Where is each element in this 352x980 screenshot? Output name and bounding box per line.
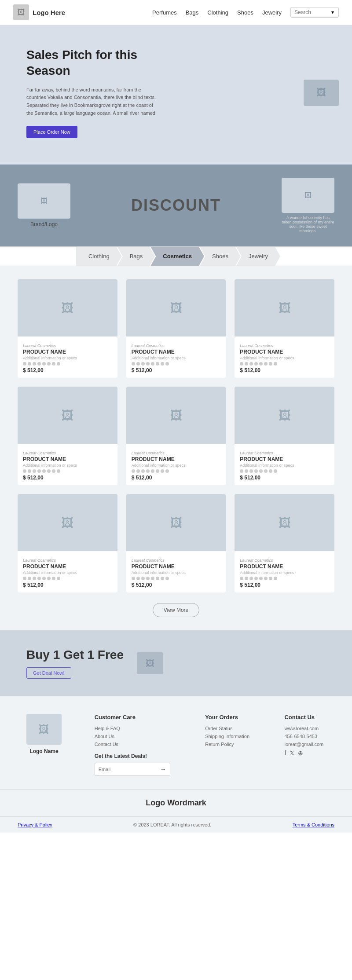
star-icon <box>240 362 243 366</box>
product-card-3[interactable]: 🖼 Laureat Cosmetics PRODUCT NAME Additio… <box>18 387 117 485</box>
terms-link[interactable]: Terms & Conditions <box>293 822 334 827</box>
star-icon <box>161 577 164 580</box>
copyright-text: © 2023 LOREAT. All rights reserved. <box>133 822 211 827</box>
product-specs: Additional information or specs <box>23 570 112 575</box>
tab-cosmetics[interactable]: Cosmetics <box>150 247 204 266</box>
newsletter-form: → <box>95 763 170 776</box>
product-name: PRODUCT NAME <box>240 349 329 355</box>
footer-return-policy[interactable]: Return Policy <box>205 742 249 747</box>
product-specs: Additional information or specs <box>240 570 329 575</box>
star-icon <box>264 362 268 366</box>
footer-columns: Customer Care Help & FAQ About Us Contac… <box>84 714 334 776</box>
view-more-button[interactable]: View More <box>153 603 199 617</box>
product-brand: Laureat Cosmetics <box>23 451 56 455</box>
product-specs: Additional information or specs <box>240 463 329 468</box>
footer: 🖼 Logo Name Customer Care Help & FAQ Abo… <box>0 696 352 833</box>
product-image: 🖼 <box>235 494 334 551</box>
product-brand: Laureat Cosmetics <box>240 344 273 348</box>
newsletter-submit-button[interactable]: → <box>157 763 170 775</box>
product-stars <box>23 577 112 580</box>
product-specs: Additional information or specs <box>23 356 112 360</box>
product-name: PRODUCT NAME <box>240 563 329 570</box>
star-icon <box>156 362 159 366</box>
product-card-6[interactable]: 🖼 Laureat Cosmetics PRODUCT NAME Additio… <box>18 494 117 592</box>
product-card-5[interactable]: 🖼 Laureat Cosmetics PRODUCT NAME Additio… <box>235 387 334 485</box>
product-stars <box>132 362 221 366</box>
product-image: 🖼 <box>235 387 334 444</box>
product-card-2[interactable]: 🖼 Laureat Cosmetics PRODUCT NAME Additio… <box>235 279 334 378</box>
newsletter-email-input[interactable] <box>95 764 157 775</box>
hero-description: Far far away, behind the word mountains,… <box>26 86 158 117</box>
search-input[interactable] <box>294 9 330 15</box>
nav-clothing[interactable]: Clothing <box>207 9 228 16</box>
footer-main: 🖼 Logo Name Customer Care Help & FAQ Abo… <box>0 696 352 789</box>
footer-logo-col: 🖼 Logo Name <box>18 714 70 754</box>
place-order-button[interactable]: Place Order Now <box>26 126 77 138</box>
star-icon <box>254 577 258 580</box>
product-card-1[interactable]: 🖼 Laureat Cosmetics PRODUCT NAME Additio… <box>126 279 226 378</box>
contact-email: loreat@gmail.com <box>284 742 323 747</box>
star-icon <box>151 362 154 366</box>
product-card-4[interactable]: 🖼 Laureat Cosmetics PRODUCT NAME Additio… <box>126 387 226 485</box>
footer-order-status[interactable]: Order Status <box>205 726 249 731</box>
star-icon <box>165 362 169 366</box>
privacy-policy-link[interactable]: Privacy & Policy <box>18 822 52 827</box>
instagram-icon[interactable]: ⊕ <box>298 750 303 757</box>
footer-contact[interactable]: Contact Us <box>95 742 170 747</box>
facebook-icon[interactable]: f <box>284 750 286 757</box>
star-icon <box>52 362 55 366</box>
social-icons: f 𝕏 ⊕ <box>284 750 323 757</box>
star-icon <box>141 577 145 580</box>
nav-bags[interactable]: Bags <box>186 9 199 16</box>
discount-left-image: 🖼 <box>18 183 70 219</box>
product-card-8[interactable]: 🖼 Laureat Cosmetics PRODUCT NAME Additio… <box>235 494 334 592</box>
product-image: 🖼 <box>126 387 226 444</box>
product-info: Laureat Cosmetics PRODUCT NAME Additiona… <box>126 444 226 485</box>
footer-help-faq[interactable]: Help & FAQ <box>95 726 170 731</box>
star-icon <box>165 577 169 580</box>
star-icon <box>141 362 145 366</box>
product-name: PRODUCT NAME <box>132 563 221 570</box>
nav-perfumes[interactable]: Perfumes <box>152 9 177 16</box>
product-specs: Additional information or specs <box>132 356 221 360</box>
hero-title: Sales Pitch for this Season <box>26 47 158 79</box>
star-icon <box>156 469 159 473</box>
main-nav: Perfumes Bags Clothing Shoes Jewelry ▾ <box>152 7 339 18</box>
product-info: Laureat Cosmetics PRODUCT NAME Additiona… <box>18 551 117 592</box>
tab-jewelry[interactable]: Jewelry <box>236 247 280 266</box>
star-icon <box>245 362 248 366</box>
tab-bags[interactable]: Bags <box>117 247 155 266</box>
tab-clothing[interactable]: Clothing <box>76 247 122 266</box>
chevron-down-icon: ▾ <box>331 9 334 15</box>
star-icon <box>132 469 135 473</box>
product-price: $ 512,00 <box>240 367 329 373</box>
product-card-7[interactable]: 🖼 Laureat Cosmetics PRODUCT NAME Additio… <box>126 494 226 592</box>
footer-about[interactable]: About Us <box>95 734 170 739</box>
twitter-x-icon[interactable]: 𝕏 <box>290 750 294 757</box>
product-specs: Additional information or specs <box>132 570 221 575</box>
product-name: PRODUCT NAME <box>132 456 221 462</box>
star-icon <box>132 362 135 366</box>
footer-shipping[interactable]: Shipping Information <box>205 734 249 739</box>
category-tabs: Clothing Bags Cosmetics Shoes Jewelry <box>0 246 352 266</box>
promo-image: 🖼 <box>137 652 163 674</box>
nav-shoes[interactable]: Shoes <box>237 9 253 16</box>
footer-your-orders: Your Orders Order Status Shipping Inform… <box>205 714 249 776</box>
product-image: 🖼 <box>18 494 117 551</box>
footer-logo-image: 🖼 <box>26 714 62 745</box>
star-icon <box>37 362 41 366</box>
tab-shoes[interactable]: Shoes <box>200 247 241 266</box>
star-icon <box>146 577 150 580</box>
get-deal-button[interactable]: Get Deal Now! <box>26 667 71 679</box>
discount-banner: 🖼 Brand/Logo DISCOUNT 🖼 A wonderful sere… <box>0 165 352 246</box>
product-brand: Laureat Cosmetics <box>132 344 165 348</box>
star-icon <box>269 469 272 473</box>
product-card-0[interactable]: 🖼 Laureat Cosmetics PRODUCT NAME Additio… <box>18 279 117 378</box>
star-icon <box>23 577 26 580</box>
promo-text: Buy 1 Get 1 Free Get Deal Now! <box>26 648 124 679</box>
nav-jewelry[interactable]: Jewelry <box>262 9 282 16</box>
product-stars <box>23 362 112 366</box>
star-icon <box>42 362 46 366</box>
product-name: PRODUCT NAME <box>23 563 112 570</box>
star-icon <box>274 362 277 366</box>
